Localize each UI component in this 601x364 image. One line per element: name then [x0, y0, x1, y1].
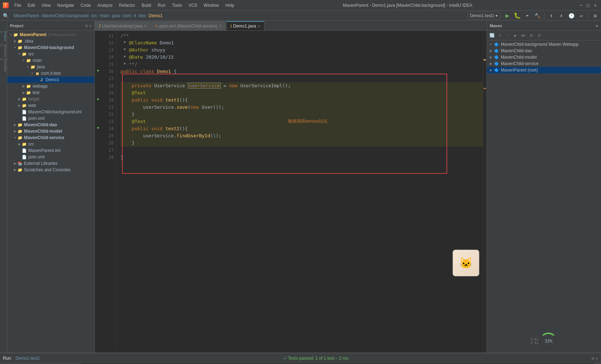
- tab-label: UserServiceImpl.java: [102, 24, 142, 29]
- tree-item-web[interactable]: ▶ 📁 web: [7, 102, 94, 109]
- breadcrumb-src[interactable]: src: [91, 13, 97, 18]
- menu-analyze[interactable]: Analyze: [94, 2, 116, 9]
- project-close-icon[interactable]: ✕: [89, 23, 92, 28]
- collapse-arrow: ▶: [490, 49, 494, 53]
- tree-item-dao[interactable]: ▶ 📁 MavenChild-dao: [7, 122, 94, 128]
- breadcrumb-java[interactable]: java: [112, 13, 120, 18]
- coverage-btn[interactable]: ☂: [523, 11, 532, 20]
- revert-btn[interactable]: ↩: [577, 11, 586, 20]
- menu-navigate[interactable]: Navigate: [54, 2, 77, 9]
- run-test1-gutter[interactable]: ▶: [95, 95, 102, 102]
- tab-close[interactable]: ✕: [258, 24, 260, 28]
- code-line-27: [121, 147, 483, 154]
- maven-skip-btn[interactable]: ⏭: [520, 32, 527, 39]
- maven-item-model[interactable]: ▶ 🔷 MavenChild-model: [487, 54, 601, 60]
- tree-item-bg-pom[interactable]: 📄 pom.xml: [7, 115, 94, 122]
- menu-vcs[interactable]: VCS: [186, 2, 200, 9]
- build-btn[interactable]: 🔨: [533, 11, 542, 20]
- tree-item-scratches[interactable]: ▶ 📁 Scratches and Consoles: [7, 167, 94, 173]
- menu-run[interactable]: Run: [155, 2, 168, 9]
- settings-btn[interactable]: ⚙: [591, 11, 600, 20]
- tree-item-target[interactable]: ▶ 📁 target: [7, 96, 94, 102]
- favorites-icon[interactable]: 2: Favorites: [0, 62, 7, 68]
- maven-item-dao[interactable]: ▶ 🔷 MavenChild-dao: [487, 48, 601, 54]
- tree-item-service[interactable]: ▾ 📁 MavenChild-service: [7, 134, 94, 141]
- tab-demo1[interactable]: J Demo1.java ✕: [226, 21, 264, 30]
- maven-item-bg[interactable]: ▾ 🔷 MavenChild-background Maven Webapp: [487, 41, 601, 48]
- tree-item-main[interactable]: ▾ 📁 main: [7, 57, 94, 64]
- maven-folder-icon: 🔷: [494, 49, 500, 53]
- tree-item-ext-libs[interactable]: ▶ 📚 External Libraries: [7, 160, 94, 167]
- project-icon[interactable]: 1: Project: [0, 33, 7, 39]
- menu-view[interactable]: View: [39, 2, 54, 9]
- run-prefix: Run:: [3, 356, 12, 361]
- breadcrumb-mavenparent[interactable]: MavenParent: [14, 13, 39, 18]
- structure-icon[interactable]: 2: Structure: [0, 47, 7, 54]
- run-test-name[interactable]: Demo1.test1: [15, 356, 40, 361]
- maven-run-btn[interactable]: ▶: [512, 32, 519, 39]
- history-btn[interactable]: 🕐: [567, 11, 576, 20]
- menu-help[interactable]: Help: [223, 2, 237, 9]
- maven-remove-btn[interactable]: -: [504, 32, 511, 39]
- breadcrumb-test[interactable]: test: [139, 13, 146, 18]
- tree-item-service-src[interactable]: ▶ 📁 src: [7, 141, 94, 147]
- tree-item-model[interactable]: ▶ 📁 MavenChild-model: [7, 128, 94, 134]
- menu-window[interactable]: Window: [201, 2, 222, 9]
- menu-file[interactable]: File: [11, 2, 24, 9]
- tab-userserviceimpl[interactable]: J UserServiceImpl.java ✕: [95, 21, 151, 30]
- tree-item-mavenparent[interactable]: ▾ 📁 MavenParent D:\MavenParent: [7, 31, 94, 38]
- maven-settings-btn[interactable]: ⚙: [536, 32, 543, 39]
- maven-refresh-btn[interactable]: 🔄: [488, 32, 495, 39]
- code-line-22: }: [121, 111, 483, 118]
- menu-tools[interactable]: Tools: [169, 2, 185, 9]
- tree-item-bg-iml[interactable]: 📄 MavenChild-background.iml: [7, 109, 94, 115]
- run-settings-icon[interactable]: ⚙: [592, 356, 594, 361]
- commit-btn[interactable]: ⬆: [547, 11, 556, 20]
- tree-item-parent-iml[interactable]: 📄 MavenParent.iml: [7, 147, 94, 154]
- maximize-button[interactable]: □: [585, 3, 591, 8]
- breadcrumb-demo1[interactable]: Demo1: [149, 13, 163, 18]
- run-config[interactable]: Demo1.test1 ▾: [468, 12, 500, 20]
- tab-close[interactable]: ✕: [144, 24, 147, 28]
- breadcrumb-it[interactable]: it: [134, 13, 136, 18]
- tree-item-parent-pom[interactable]: 📄 pom.xml: [7, 154, 94, 160]
- performance-widget[interactable]: 4 Ks 2 Ks 33%: [487, 330, 601, 353]
- tree-item-webapp[interactable]: ▶ 📁 webapp: [7, 83, 94, 89]
- tree-item-idea[interactable]: ▶ 📁 .idea: [7, 38, 94, 44]
- tab-close[interactable]: ✕: [219, 24, 222, 28]
- run-button[interactable]: ▶: [503, 11, 512, 20]
- maven-item-service[interactable]: ▶ 🔷 MavenChild-service: [487, 60, 601, 67]
- menu-build[interactable]: Build: [139, 2, 154, 9]
- project-panel-actions: ⚙ ✕: [85, 23, 92, 28]
- run-close-icon[interactable]: ✕: [596, 356, 598, 361]
- menu-refactor[interactable]: Refactor: [116, 2, 138, 9]
- tree-item-mavenchild-bg[interactable]: ▾ 📁 MavenChild-background: [7, 44, 94, 51]
- debug-button[interactable]: 🐛: [513, 11, 522, 20]
- tree-item-package[interactable]: ▾ ◼ com.it.test: [7, 70, 94, 77]
- tree-item-demo1[interactable]: J Demo1: [7, 77, 94, 83]
- tab-pom-service[interactable]: m pom.xml (MavenChild-service) ✕: [151, 21, 225, 30]
- close-button[interactable]: ✕: [592, 3, 598, 8]
- tree-item-java[interactable]: ▾ 📁 java: [7, 64, 94, 70]
- breadcrumb-main[interactable]: main: [100, 13, 109, 18]
- menu-edit[interactable]: Edit: [25, 2, 38, 9]
- tree-item-src[interactable]: ▾ 📁 src: [7, 51, 94, 57]
- run-test2-gutter[interactable]: ▶: [95, 124, 102, 131]
- breadcrumb-com[interactable]: com: [123, 13, 131, 18]
- back-btn[interactable]: 🔍: [1, 11, 10, 20]
- breadcrumb-mavenchild[interactable]: MavenChild-background: [42, 13, 88, 18]
- menu-code[interactable]: Code: [78, 2, 94, 9]
- package-icon: ◼: [34, 70, 40, 76]
- project-settings-icon[interactable]: ⚙: [85, 23, 88, 28]
- code-content[interactable]: /** * @ClassName Demo1 * @Author shuyy *…: [116, 31, 483, 353]
- maven-add-btn[interactable]: +: [496, 32, 503, 39]
- tree-item-test[interactable]: ▶ 📁 test: [7, 89, 94, 96]
- maven-item-parent[interactable]: ▶ 🔷 MavenParent (root): [487, 67, 601, 73]
- folder-icon: 📁: [17, 38, 23, 44]
- update-btn[interactable]: ⬇: [557, 11, 566, 20]
- minimize-button[interactable]: ─: [578, 3, 584, 8]
- run-class-gutter[interactable]: ▶: [95, 67, 102, 74]
- maven-label: MavenChild-model: [501, 55, 537, 60]
- maven-generate-btn[interactable]: m: [528, 32, 535, 39]
- maven-close-icon[interactable]: ✕: [596, 23, 598, 28]
